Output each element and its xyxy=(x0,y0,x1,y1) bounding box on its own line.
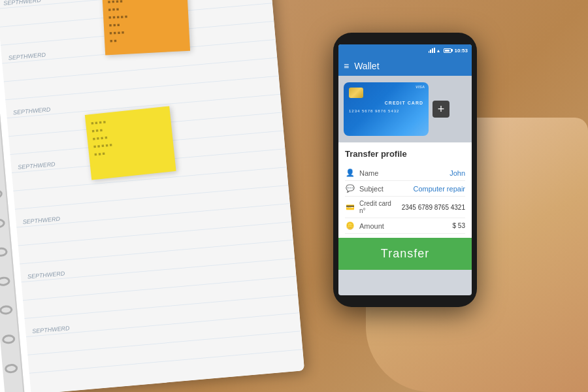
ring xyxy=(2,334,16,344)
amount-value: $ 53 xyxy=(453,222,465,229)
hamburger-icon[interactable]: ≡ xyxy=(344,61,349,71)
signal-bar-1 xyxy=(429,51,430,53)
phone-screen: ▲ 10:53 ≡ Wallet VISA CREDIT CARD 1234 5… xyxy=(338,44,472,295)
profile-row-card: 💳 Credit card n° 2345 6789 8765 4321 xyxy=(345,197,465,218)
status-icons: ▲ 10:53 xyxy=(429,48,468,54)
name-label: Name xyxy=(359,169,446,177)
status-time: 10:53 xyxy=(455,48,468,54)
ring xyxy=(0,247,8,257)
card-label: CREDIT CARD xyxy=(349,101,423,105)
ring xyxy=(5,363,18,374)
notebook-lines: SEPTHWERD SEPTHWERD SEPTHWERD SEPTHWERD … xyxy=(0,0,304,392)
status-bar: ▲ 10:53 xyxy=(338,44,472,56)
signal-bar-2 xyxy=(430,50,431,53)
card-logo-text: VISA xyxy=(416,85,425,89)
card-label-text: Credit card n° xyxy=(359,200,398,214)
app-title: Wallet xyxy=(354,61,466,71)
battery-tip xyxy=(451,49,453,52)
app-header: ≡ Wallet xyxy=(338,56,472,76)
ring xyxy=(0,189,3,199)
ring xyxy=(0,276,10,287)
card-number: 1234 5678 9876 5432 xyxy=(349,109,423,113)
signal-bar-3 xyxy=(432,48,433,53)
signal-icon xyxy=(429,48,435,53)
card-icon: 💳 xyxy=(345,203,355,212)
subject-label: Subject xyxy=(359,185,410,193)
notebook: SEPTHWERD SEPTHWERD SEPTHWERD SEPTHWERD … xyxy=(0,0,304,392)
battery-fill xyxy=(445,50,449,52)
sticky-note-yellow: ■ ■ ■ ■■ ■ ■■ ■ ■ ■■ ■ ■ ■ ■■ ■ ■ xyxy=(85,106,176,180)
card-number-value: 2345 6789 8765 4321 xyxy=(402,204,465,211)
notebook-content: SEPTHWERD SEPTHWERD SEPTHWERD SEPTHWERD … xyxy=(0,0,304,392)
name-value: John xyxy=(449,169,465,177)
profile-row-amount: 🪙 Amount $ 53 xyxy=(345,218,465,234)
sticky-yellow-text: ■ ■ ■ ■■ ■ ■■ ■ ■ ■■ ■ ■ ■ ■■ ■ ■ xyxy=(91,112,169,159)
ring xyxy=(0,305,13,316)
subject-value: Computer repair xyxy=(414,185,465,193)
comment-icon: 💬 xyxy=(345,184,355,193)
credit-card[interactable]: VISA CREDIT CARD 1234 5678 9876 5432 xyxy=(344,82,429,136)
signal-bar-4 xyxy=(434,48,435,53)
card-chip xyxy=(349,88,363,98)
wifi-icon: ▲ xyxy=(436,48,441,53)
person-icon: 👤 xyxy=(345,169,355,177)
add-card-button[interactable]: + xyxy=(433,101,449,118)
sticky-orange-text: ■ ■ ■ ■■ ■ ■■ ■ ■ ■ ■■ ■ ■■ ■ ■ ■■ ■ xyxy=(108,0,185,45)
transfer-profile-section: Transfer profile 👤 Name John 💬 Subject C… xyxy=(338,142,472,238)
amount-label: Amount xyxy=(359,222,449,230)
profile-row-name: 👤 Name John xyxy=(345,165,465,181)
transfer-profile-title: Transfer profile xyxy=(345,149,465,159)
battery-icon xyxy=(444,48,451,53)
card-section: VISA CREDIT CARD 1234 5678 9876 5432 + xyxy=(338,76,472,142)
ring xyxy=(0,218,5,229)
phone: ▲ 10:53 ≡ Wallet VISA CREDIT CARD 1234 5… xyxy=(333,33,477,307)
sticky-note-orange: ■ ■ ■ ■■ ■ ■■ ■ ■ ■ ■■ ■ ■■ ■ ■ ■■ ■ xyxy=(102,0,190,55)
money-icon: 🪙 xyxy=(345,221,355,230)
profile-row-subject: 💬 Subject Computer repair xyxy=(345,181,465,197)
transfer-button[interactable]: Transfer xyxy=(338,238,472,270)
